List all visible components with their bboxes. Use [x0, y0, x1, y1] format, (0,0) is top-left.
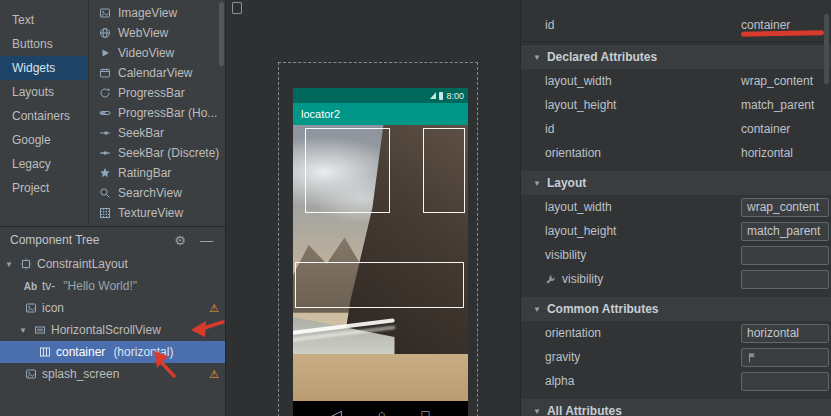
tree-item-tv[interactable]: Ab tv- "Hello World!" — [0, 275, 225, 297]
alpha-field[interactable] — [741, 372, 829, 391]
calendar-view-icon — [98, 67, 111, 80]
palette-category-legacy[interactable]: Legacy — [0, 152, 88, 176]
attribute-row: layout_width wrap_content — [521, 69, 831, 93]
tree-item-constraintlayout[interactable]: ▼ ConstraintLayout — [0, 253, 225, 275]
palette-item-progressbar[interactable]: ProgressBar — [89, 83, 225, 103]
palette-item-webview[interactable]: WebView — [89, 23, 225, 43]
palette-item-label: SearchView — [118, 186, 182, 200]
palette-item-label: SeekBar (Discrete) — [118, 146, 219, 160]
attribute-label: layout_height — [521, 98, 741, 112]
palette-item-videoview[interactable]: VideoView — [89, 43, 225, 63]
id-value-field[interactable]: container — [741, 18, 790, 32]
divider — [521, 41, 831, 42]
field-value: horizontal — [747, 326, 799, 340]
palette-item-label: CalendarView — [118, 66, 193, 80]
attribute-value[interactable]: horizontal — [741, 146, 793, 160]
gravity-field[interactable] — [741, 348, 829, 367]
photo-beach-sand — [293, 354, 468, 401]
palette-item-seekbar[interactable]: SeekBar — [89, 123, 225, 143]
tree-item-container[interactable]: container (horizontal) — [0, 341, 225, 363]
tree-item-splash-screen[interactable]: splash_screen ⚠ — [0, 363, 225, 385]
view-bounds-rect[interactable] — [305, 128, 390, 213]
palette-item-label: TextureView — [118, 206, 183, 220]
attribute-label: layout_width — [521, 200, 741, 214]
attribute-row: visibility — [521, 243, 831, 267]
tree-item-label: HorizontalScrollView — [51, 323, 161, 337]
device-status-bar: 8:00 — [293, 88, 468, 103]
layout-width-field[interactable]: wrap_content — [741, 198, 829, 217]
attribute-label: alpha — [521, 374, 741, 388]
widget-list-scrollbar[interactable] — [219, 2, 224, 66]
field-value: wrap_content — [747, 200, 819, 214]
home-icon: ○ — [378, 407, 386, 416]
palette-item-seekbar-discrete[interactable]: SeekBar (Discrete) — [89, 143, 225, 163]
texture-view-icon — [98, 207, 111, 220]
palette-category-widgets[interactable]: Widgets — [0, 56, 88, 80]
chevron-down-icon: ▼ — [533, 53, 541, 62]
chevron-down-icon: ▼ — [533, 305, 541, 314]
attribute-row: layout_width wrap_content — [521, 195, 831, 219]
signal-icon — [430, 92, 436, 99]
tools-visibility-field[interactable] — [741, 270, 829, 289]
attribute-value[interactable]: match_parent — [741, 98, 814, 112]
chevron-down-icon[interactable]: ▼ — [18, 326, 28, 335]
palette-item-searchview[interactable]: SearchView — [89, 183, 225, 203]
palette-category-google[interactable]: Google — [0, 128, 88, 152]
chevron-down-icon[interactable]: ▼ — [4, 260, 14, 269]
orientation-field[interactable]: horizontal — [741, 324, 829, 343]
attribute-row: layout_height match_parent — [521, 219, 831, 243]
palette-category-text[interactable]: Text — [0, 8, 88, 32]
tree-item-label: tv- — [42, 279, 55, 293]
palette-item-ratingbar[interactable]: RatingBar — [89, 163, 225, 183]
view-bounds-rect[interactable] — [295, 262, 464, 308]
chevron-down-icon: ▼ — [533, 179, 541, 188]
palette-item-progressbar-horizontal[interactable]: ProgressBar (Ho... — [89, 103, 225, 123]
section-all-attributes[interactable]: ▼ All Attributes — [521, 399, 831, 416]
view-bounds-rect[interactable] — [423, 128, 465, 213]
attribute-label: layout_width — [521, 74, 741, 88]
layout-height-field[interactable]: match_parent — [741, 222, 829, 241]
attribute-label: orientation — [521, 146, 741, 160]
image-view-icon — [98, 7, 111, 20]
palette-category-buttons[interactable]: Buttons — [0, 32, 88, 56]
status-time: 8:00 — [446, 91, 464, 101]
attribute-value[interactable]: wrap_content — [741, 74, 813, 88]
section-common-attributes[interactable]: ▼ Common Attributes — [521, 297, 831, 321]
palette-item-label: ProgressBar (Ho... — [118, 106, 217, 120]
palette-item-calendarview[interactable]: CalendarView — [89, 63, 225, 83]
section-title: Declared Attributes — [547, 50, 657, 64]
rating-bar-icon — [98, 167, 111, 180]
palette-category-layouts[interactable]: Layouts — [0, 80, 88, 104]
design-canvas[interactable]: 8:00 locator2 ◁ ○ □ — [225, 0, 521, 416]
text-view-icon: Ab — [24, 280, 37, 293]
attribute-label: layout_height — [521, 224, 741, 238]
section-title: Common Attributes — [547, 302, 659, 316]
attributes-scrollbar[interactable] — [824, 14, 829, 84]
palette-category-containers[interactable]: Containers — [0, 104, 88, 128]
minimize-icon[interactable]: — — [200, 233, 213, 248]
section-title: All Attributes — [547, 404, 622, 416]
attribute-label-text: visibility — [562, 272, 603, 286]
video-view-icon — [98, 47, 111, 60]
battery-icon — [439, 92, 443, 100]
linear-layout-horizontal-icon — [38, 346, 51, 359]
palette-item-label: WebView — [118, 26, 168, 40]
palette-categories: Text Buttons Widgets Layouts Containers … — [0, 0, 88, 226]
attribute-label: gravity — [521, 350, 741, 364]
palette-item-imageview[interactable]: ImageView — [89, 3, 225, 23]
visibility-field[interactable] — [741, 246, 829, 265]
gear-icon[interactable]: ⚙ — [174, 233, 186, 248]
section-declared-attributes[interactable]: ▼ Declared Attributes — [521, 45, 831, 69]
progress-bar-horizontal-icon — [98, 107, 111, 120]
palette-category-project[interactable]: Project — [0, 176, 88, 200]
palette-item-label: RatingBar — [118, 166, 171, 180]
section-layout[interactable]: ▼ Layout — [521, 171, 831, 195]
seek-bar-discrete-icon — [98, 147, 111, 160]
attribute-label: visibility — [521, 248, 741, 262]
recents-icon: □ — [422, 407, 430, 416]
palette-item-label: SeekBar — [118, 126, 164, 140]
app-title: locator2 — [301, 108, 340, 120]
palette-item-textureview[interactable]: TextureView — [89, 203, 225, 223]
image-view-icon — [24, 302, 37, 315]
attribute-value[interactable]: container — [741, 122, 790, 136]
